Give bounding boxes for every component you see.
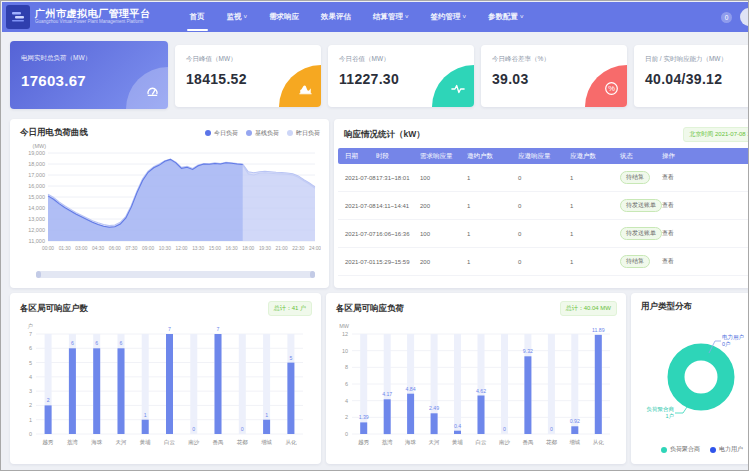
cell-invited: 1 bbox=[467, 231, 518, 237]
kpi-label: 今日谷值（MW） bbox=[339, 55, 474, 64]
bar bbox=[287, 363, 294, 434]
legend-item-2[interactable]: 昨日负荷 bbox=[287, 129, 320, 138]
dashboard: 广州市虚拟电厂管理平台 Guangzhou Virtual Power Plan… bbox=[1, 1, 749, 471]
svg-text:9.32: 9.32 bbox=[523, 348, 533, 354]
svg-text:2: 2 bbox=[47, 397, 50, 403]
response-table-title: 响应情况统计（kW） bbox=[344, 129, 425, 141]
svg-text:18:00: 18:00 bbox=[242, 246, 254, 251]
cell-responded-amount: 0 bbox=[518, 231, 570, 237]
donut-slice-aggregator bbox=[676, 352, 726, 402]
kpi-card-3: 今日峰谷差率（%）39.03% bbox=[481, 45, 627, 107]
table-body: 2021-07-0817:31~18:01100101待结算查看2021-07-… bbox=[334, 164, 749, 276]
datazoom-handle-left[interactable] bbox=[36, 271, 41, 278]
svg-text:花都: 花都 bbox=[237, 439, 249, 446]
view-link[interactable]: 查看 bbox=[662, 173, 749, 182]
svg-text:0.4: 0.4 bbox=[454, 423, 461, 429]
svg-text:花都: 花都 bbox=[546, 439, 558, 446]
district-users-total-badge: 总计：41 户 bbox=[268, 301, 312, 316]
svg-text:从化: 从化 bbox=[285, 439, 297, 446]
column-header: 操作 bbox=[662, 152, 749, 161]
view-link[interactable]: 查看 bbox=[662, 201, 749, 210]
svg-text:11,000: 11,000 bbox=[29, 238, 45, 244]
bar bbox=[215, 334, 222, 434]
svg-text:南沙: 南沙 bbox=[188, 439, 200, 446]
avatar[interactable] bbox=[740, 8, 749, 26]
bar bbox=[45, 405, 52, 434]
svg-text:09:00: 09:00 bbox=[142, 246, 154, 251]
bar bbox=[407, 394, 414, 434]
bar bbox=[595, 335, 602, 434]
svg-text:4.17: 4.17 bbox=[382, 391, 392, 397]
nav-item-0[interactable]: 首页 bbox=[179, 2, 216, 32]
svg-text:00:00: 00:00 bbox=[42, 246, 54, 251]
svg-text:1: 1 bbox=[265, 412, 268, 418]
chevron-down-icon: ˅ bbox=[520, 14, 524, 20]
svg-text:24:00: 24:00 bbox=[309, 246, 321, 251]
svg-text:0: 0 bbox=[241, 426, 244, 432]
svg-text:增城: 增城 bbox=[569, 439, 581, 445]
beijing-time-badge: 北京时间 2021-07-08 18:1 bbox=[683, 127, 749, 142]
svg-text:14,000: 14,000 bbox=[28, 205, 45, 211]
cell-responded-users: 1 bbox=[570, 231, 620, 237]
svg-text:(MW): (MW) bbox=[33, 143, 47, 149]
legend-item-0[interactable]: 今日负荷 bbox=[205, 129, 238, 138]
svg-text:01:30: 01:30 bbox=[59, 246, 71, 251]
load-chart-title: 今日用电负荷曲线 bbox=[20, 127, 88, 139]
kpi-label: 日前 / 实时响应能力（MW） bbox=[645, 55, 749, 64]
svg-text:6: 6 bbox=[29, 345, 32, 351]
district-load-title: 各区局可响应负荷 bbox=[336, 303, 404, 315]
kpi-card-1: 今日峰值（MW）18415.52 bbox=[175, 45, 321, 107]
cell-demand: 200 bbox=[420, 203, 467, 209]
svg-text:12: 12 bbox=[342, 331, 348, 337]
table-row-2: 2021-07-0716:06~16:36100101待发送账单查看 bbox=[338, 220, 749, 248]
view-link[interactable]: 查看 bbox=[662, 257, 749, 266]
svg-text:天河: 天河 bbox=[116, 439, 128, 446]
svg-text:6: 6 bbox=[71, 340, 74, 346]
nav-item-5[interactable]: 签约管理˅ bbox=[420, 2, 478, 32]
cell-responded-amount: 0 bbox=[518, 175, 570, 181]
nav-item-1[interactable]: 监视˅ bbox=[216, 2, 259, 32]
datazoom-slider[interactable] bbox=[36, 271, 315, 278]
svg-text:04:30: 04:30 bbox=[92, 246, 104, 251]
donut-svg: 电力用户 0户 负荷聚合商 1户 bbox=[631, 315, 749, 427]
notification-badge[interactable]: 0 bbox=[721, 12, 732, 23]
svg-text:6: 6 bbox=[95, 340, 98, 346]
view-link[interactable]: 查看 bbox=[662, 229, 749, 238]
svg-text:7: 7 bbox=[168, 326, 171, 332]
kpi-label: 电网实时总负荷（MW） bbox=[21, 54, 168, 63]
datazoom-handle-right[interactable] bbox=[310, 271, 315, 278]
logo-glyph-icon bbox=[11, 10, 25, 24]
legend-dot-teal bbox=[661, 447, 667, 453]
load-chart-legend: 今日负荷基线负荷昨日负荷 bbox=[205, 129, 320, 138]
table-row-0: 2021-07-0817:31~18:01100101待结算查看 bbox=[338, 164, 749, 192]
nav-item-6[interactable]: 参数配置˅ bbox=[477, 2, 535, 32]
svg-text:19:30: 19:30 bbox=[259, 246, 271, 251]
peak-curve-icon bbox=[298, 82, 321, 107]
percent-gauge-icon: % bbox=[604, 81, 627, 107]
kpi-card-2: 今日谷值（MW）11227.30 bbox=[328, 45, 474, 107]
svg-text:0.92: 0.92 bbox=[570, 418, 580, 424]
nav-item-label: 首页 bbox=[190, 12, 205, 22]
nav-item-4[interactable]: 结算管理˅ bbox=[362, 2, 420, 32]
column-header: 邀约户数 bbox=[467, 152, 518, 161]
legend-item-power-user[interactable]: 电力用户 bbox=[710, 445, 743, 454]
user-type-donut: 电力用户 0户 负荷聚合商 1户 bbox=[631, 315, 749, 431]
chevron-down-icon: ˅ bbox=[463, 14, 467, 20]
svg-text:18,000: 18,000 bbox=[28, 161, 45, 167]
nav-item-2[interactable]: 需求响应 bbox=[258, 2, 310, 32]
svg-text:0: 0 bbox=[550, 426, 553, 432]
cell-invited: 1 bbox=[467, 259, 518, 265]
svg-text:1: 1 bbox=[29, 417, 32, 423]
load-chart-svg: (MW)11,00012,00013,00014,00015,00016,000… bbox=[18, 141, 321, 265]
cell-responded-amount: 0 bbox=[518, 203, 570, 209]
top-nav: 广州市虚拟电厂管理平台 Guangzhou Virtual Power Plan… bbox=[2, 2, 749, 32]
legend-item-aggregator[interactable]: 负荷聚合商 bbox=[661, 445, 700, 454]
svg-text:06:00: 06:00 bbox=[109, 246, 121, 251]
cell-invited: 1 bbox=[467, 175, 518, 181]
cell-date: 2021-07-07 bbox=[345, 231, 376, 237]
column-header: 日期 bbox=[345, 152, 376, 161]
legend-label: 今日负荷 bbox=[214, 129, 238, 138]
cell-period: 15:29~15:59 bbox=[376, 259, 420, 265]
nav-item-3[interactable]: 效果评估 bbox=[310, 2, 362, 32]
legend-item-1[interactable]: 基线负荷 bbox=[246, 129, 279, 138]
